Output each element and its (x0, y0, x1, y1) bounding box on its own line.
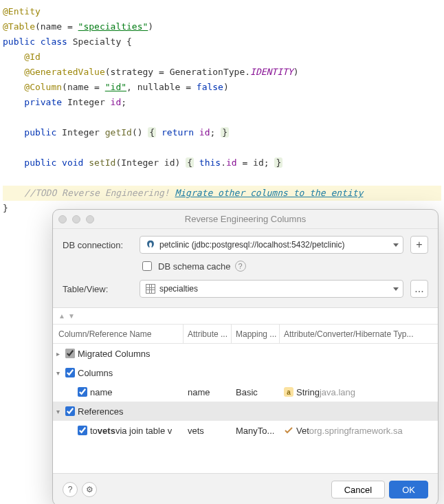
dialog-titlebar: Reverse Engineering Columns (53, 210, 438, 220)
window-close-icon[interactable] (58, 215, 67, 221)
window-minimize-icon[interactable] (72, 215, 80, 221)
dialog-title: Reverse Engineering Columns (53, 214, 438, 220)
code-editor[interactable]: @Entity @Table(name = "specialties") pub… (0, 0, 444, 220)
reverse-engineering-dialog: Reverse Engineering Columns DB connectio… (52, 209, 439, 220)
window-zoom-icon[interactable] (86, 215, 94, 221)
